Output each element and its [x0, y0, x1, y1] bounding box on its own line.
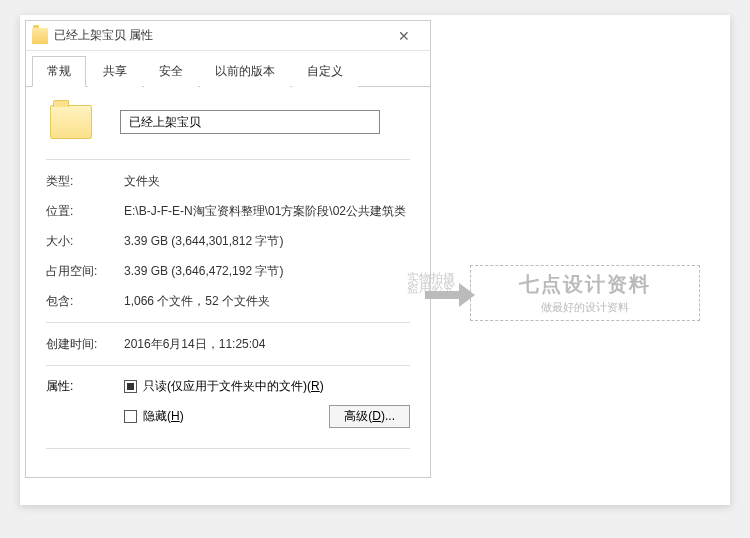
tab-previous-versions[interactable]: 以前的版本: [200, 56, 290, 87]
separator: [46, 448, 410, 449]
tab-customize[interactable]: 自定义: [292, 56, 358, 87]
arrow-icon: [425, 283, 475, 307]
close-button[interactable]: ✕: [384, 22, 424, 50]
hidden-label: 隐藏(H): [143, 408, 184, 425]
label-location: 位置:: [46, 202, 124, 220]
readonly-label: 只读(仅应用于文件夹中的文件)(R): [143, 378, 324, 395]
label-contains: 包含:: [46, 292, 124, 310]
tab-sharing[interactable]: 共享: [88, 56, 142, 87]
value-type: 文件夹: [124, 172, 160, 190]
folder-icon-large: [50, 105, 92, 139]
label-attributes: 属性:: [46, 378, 124, 438]
value-created: 2016年6月14日，11:25:04: [124, 335, 265, 353]
separator: [46, 322, 410, 323]
titlebar: 已经上架宝贝 属性 ✕: [26, 21, 430, 51]
folder-name-input[interactable]: 已经上架宝贝: [120, 110, 380, 134]
hidden-checkbox[interactable]: [124, 410, 137, 423]
watermark: 实物拍摄 盗用必究 七点设计资料 做最好的设计资料: [425, 265, 700, 325]
label-type: 类型:: [46, 172, 124, 190]
watermark-box: 七点设计资料 做最好的设计资料: [470, 265, 700, 321]
folder-icon-small: [32, 28, 48, 44]
window-title: 已经上架宝贝 属性: [54, 27, 384, 44]
value-size: 3.39 GB (3,644,301,812 字节): [124, 232, 283, 250]
tab-general[interactable]: 常规: [32, 56, 86, 87]
label-size: 大小:: [46, 232, 124, 250]
value-contains: 1,066 个文件，52 个文件夹: [124, 292, 270, 310]
value-location: E:\B-J-F-E-N淘宝资料整理\01方案阶段\02公共建筑类: [124, 202, 406, 220]
label-created: 创建时间:: [46, 335, 124, 353]
folder-name-text: 已经上架宝贝: [129, 114, 201, 131]
outer-frame: 已经上架宝贝 属性 ✕ 常规 共享 安全 以前的版本 自定义 已经上架宝贝 类型…: [20, 15, 730, 505]
separator: [46, 365, 410, 366]
readonly-checkbox[interactable]: [124, 380, 137, 393]
watermark-subtitle: 做最好的设计资料: [541, 300, 629, 315]
tab-security[interactable]: 安全: [144, 56, 198, 87]
tab-strip: 常规 共享 安全 以前的版本 自定义: [26, 55, 430, 87]
tab-content: 已经上架宝贝 类型:文件夹 位置:E:\B-J-F-E-N淘宝资料整理\01方案…: [26, 87, 430, 477]
advanced-button[interactable]: 高级(D)...: [329, 405, 410, 428]
watermark-title: 七点设计资料: [519, 271, 651, 298]
value-sizeondisk: 3.39 GB (3,646,472,192 字节): [124, 262, 283, 280]
label-sizeondisk: 占用空间:: [46, 262, 124, 280]
separator: [46, 159, 410, 160]
properties-dialog: 已经上架宝贝 属性 ✕ 常规 共享 安全 以前的版本 自定义 已经上架宝贝 类型…: [25, 20, 431, 478]
